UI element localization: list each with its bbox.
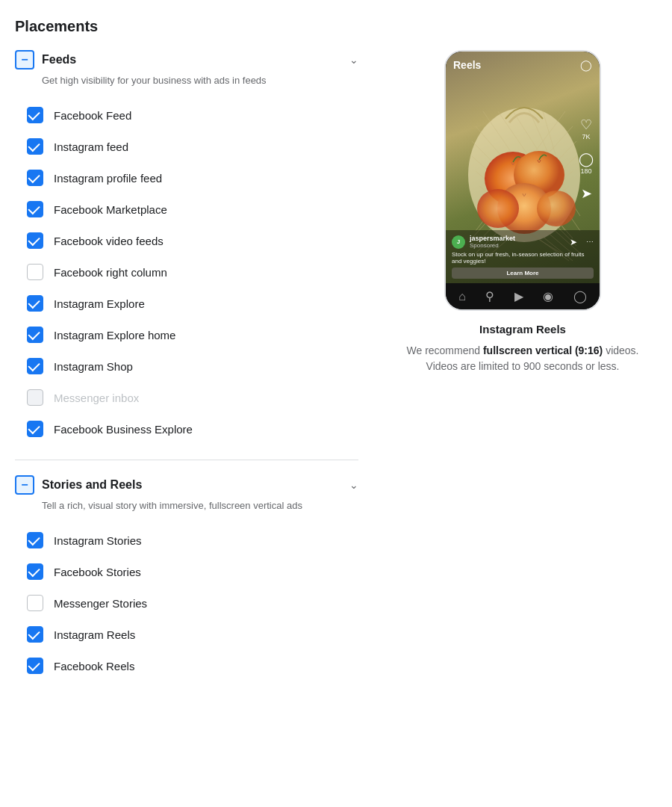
stories-section: − Stories and Reels ⌄ Tell a rich, visua… (15, 475, 358, 681)
feeds-checkbox-facebook-business-explore[interactable] (27, 421, 43, 437)
feeds-checkbox-list: Facebook FeedInstagram feedInstagram pro… (22, 99, 358, 445)
nav-search-icon[interactable]: ⚲ (485, 289, 494, 303)
camera-icon: ◯ (580, 59, 592, 71)
feeds-section-header: − Feeds ⌄ (15, 50, 358, 69)
stories-label-instagram-reels: Instagram Reels (54, 628, 135, 641)
feeds-label-instagram-explore: Instagram Explore (54, 297, 145, 310)
stories-checkbox-messenger-stories[interactable] (27, 595, 43, 611)
feeds-checkbox-facebook-video-feeds[interactable] (27, 232, 43, 249)
feeds-collapse-button[interactable]: − (15, 50, 34, 69)
reels-avatar: J (452, 235, 465, 249)
feeds-checkbox-instagram-explore[interactable] (27, 295, 43, 312)
stories-section-header: − Stories and Reels ⌄ (15, 475, 358, 495)
share-action: ➤ (581, 185, 592, 202)
feeds-label-facebook-right-column: Facebook right column (54, 266, 167, 279)
preview-panel: Reels ◯ ♡ 7K ◯ 180 (388, 50, 657, 374)
placements-left-panel: − Feeds ⌄ Get high visibility for your b… (15, 50, 358, 681)
stories-checkbox-instagram-stories[interactable] (27, 532, 43, 548)
like-action: ♡ 7K (580, 117, 592, 140)
page-title: Placements (15, 18, 657, 35)
like-count: 7K (582, 133, 590, 140)
feeds-chevron-icon[interactable]: ⌄ (349, 54, 358, 66)
reels-right-actions: ♡ 7K ◯ 180 ➤ (579, 117, 594, 202)
feeds-item-instagram-explore-home[interactable]: Instagram Explore home (22, 319, 358, 350)
nav-profile-icon[interactable]: ◯ (573, 289, 587, 303)
stories-item-facebook-reels[interactable]: Facebook Reels (22, 650, 358, 681)
send-icon: ➤ (570, 237, 577, 247)
comment-action: ◯ 180 (579, 151, 594, 175)
more-options-icon: ⋯ (586, 238, 594, 246)
stories-section-title: Stories and Reels (42, 478, 142, 492)
feeds-checkbox-facebook-right-column[interactable] (27, 264, 43, 280)
stories-checkbox-list: Instagram StoriesFacebook StoriesMesseng… (22, 525, 358, 681)
feeds-item-instagram-feed[interactable]: Instagram feed (22, 131, 358, 162)
feeds-item-facebook-feed[interactable]: Facebook Feed (22, 99, 358, 131)
reels-user-info: jaspersmarket Sponsored (470, 235, 515, 249)
phone-nav-bar: ⌂ ⚲ ▶ ◉ ◯ (446, 283, 600, 309)
feeds-item-messenger-inbox[interactable]: Messenger inbox (22, 382, 358, 413)
feeds-checkbox-messenger-inbox[interactable] (27, 389, 43, 406)
feeds-label-instagram-feed: Instagram feed (54, 140, 128, 153)
stories-item-instagram-stories[interactable]: Instagram Stories (22, 525, 358, 556)
stories-item-facebook-stories[interactable]: Facebook Stories (22, 556, 358, 587)
feeds-label-facebook-feed: Facebook Feed (54, 109, 131, 122)
section-divider (15, 460, 358, 460)
minus-icon: − (21, 54, 28, 66)
svg-point-23 (537, 191, 576, 226)
preview-title: Instagram Reels (479, 323, 566, 336)
feeds-item-instagram-shop[interactable]: Instagram Shop (22, 350, 358, 382)
feeds-section-title: Feeds (42, 53, 76, 67)
stories-section-description: Tell a rich, visual story with immersive… (42, 499, 358, 513)
feeds-checkbox-facebook-marketplace[interactable] (27, 201, 43, 217)
stories-label-instagram-stories: Instagram Stories (54, 534, 142, 547)
preview-description: We recommend fullscreen vertical (9:16) … (403, 343, 642, 374)
phone-mockup: Reels ◯ ♡ 7K ◯ 180 (444, 50, 601, 311)
heart-icon: ♡ (580, 117, 592, 133)
feeds-item-facebook-marketplace[interactable]: Facebook Marketplace (22, 194, 358, 225)
svg-point-22 (477, 189, 519, 228)
feeds-section: − Feeds ⌄ Get high visibility for your b… (15, 50, 358, 445)
minus-icon-stories: − (21, 479, 28, 491)
stories-item-instagram-reels[interactable]: Instagram Reels (22, 619, 358, 650)
stories-checkbox-instagram-reels[interactable] (27, 626, 43, 643)
share-icon: ➤ (581, 185, 592, 202)
stories-checkbox-facebook-stories[interactable] (27, 563, 43, 580)
feeds-item-instagram-profile-feed[interactable]: Instagram profile feed (22, 162, 358, 194)
stories-label-facebook-reels: Facebook Reels (54, 660, 134, 672)
nav-reels-icon[interactable]: ▶ (514, 289, 523, 303)
reels-user-row: J jaspersmarket Sponsored ➤ ⋯ (452, 235, 594, 249)
stories-chevron-icon[interactable]: ⌄ (349, 479, 358, 491)
feeds-checkbox-instagram-shop[interactable] (27, 358, 43, 374)
stories-label-facebook-stories: Facebook Stories (54, 566, 141, 578)
reels-sponsored: Sponsored (470, 242, 515, 249)
feeds-checkbox-instagram-feed[interactable] (27, 138, 43, 155)
feeds-label-instagram-shop: Instagram Shop (54, 360, 133, 373)
feeds-checkbox-instagram-profile-feed[interactable] (27, 170, 43, 186)
feeds-label-instagram-explore-home: Instagram Explore home (54, 329, 175, 341)
stories-collapse-button[interactable]: − (15, 475, 34, 495)
stories-checkbox-facebook-reels[interactable] (27, 658, 43, 674)
feeds-header-left: − Feeds (15, 50, 76, 69)
feeds-item-facebook-video-feeds[interactable]: Facebook video feeds (22, 225, 358, 256)
stories-header-left: − Stories and Reels (15, 475, 142, 495)
reels-bottom-info: J jaspersmarket Sponsored ➤ ⋯ Stock on u… (446, 230, 600, 283)
stories-label-messenger-stories: Messenger Stories (54, 597, 147, 610)
feeds-checkbox-facebook-feed[interactable] (27, 107, 43, 123)
preview-bold-text: fullscreen vertical (9:16) (483, 344, 603, 356)
feeds-label-facebook-marketplace: Facebook Marketplace (54, 203, 167, 216)
stories-item-messenger-stories[interactable]: Messenger Stories (22, 587, 358, 619)
reels-background: Reels ◯ ♡ 7K ◯ 180 (446, 52, 600, 283)
feeds-item-facebook-right-column[interactable]: Facebook right column (22, 256, 358, 288)
comment-icon: ◯ (579, 151, 594, 167)
nav-home-icon[interactable]: ⌂ (458, 290, 466, 303)
nav-shop-icon[interactable]: ◉ (543, 289, 553, 303)
feeds-item-facebook-business-explore[interactable]: Facebook Business Explore (22, 413, 358, 445)
feeds-checkbox-instagram-explore-home[interactable] (27, 327, 43, 343)
comment-count: 180 (580, 167, 591, 175)
feeds-label-facebook-business-explore: Facebook Business Explore (54, 423, 193, 436)
reels-cta-button[interactable]: Learn More (452, 268, 594, 279)
feeds-label-instagram-profile-feed: Instagram profile feed (54, 172, 162, 185)
feeds-label-messenger-inbox: Messenger inbox (54, 392, 139, 404)
feeds-item-instagram-explore[interactable]: Instagram Explore (22, 288, 358, 319)
phone-screen: Reels ◯ ♡ 7K ◯ 180 (446, 52, 600, 309)
